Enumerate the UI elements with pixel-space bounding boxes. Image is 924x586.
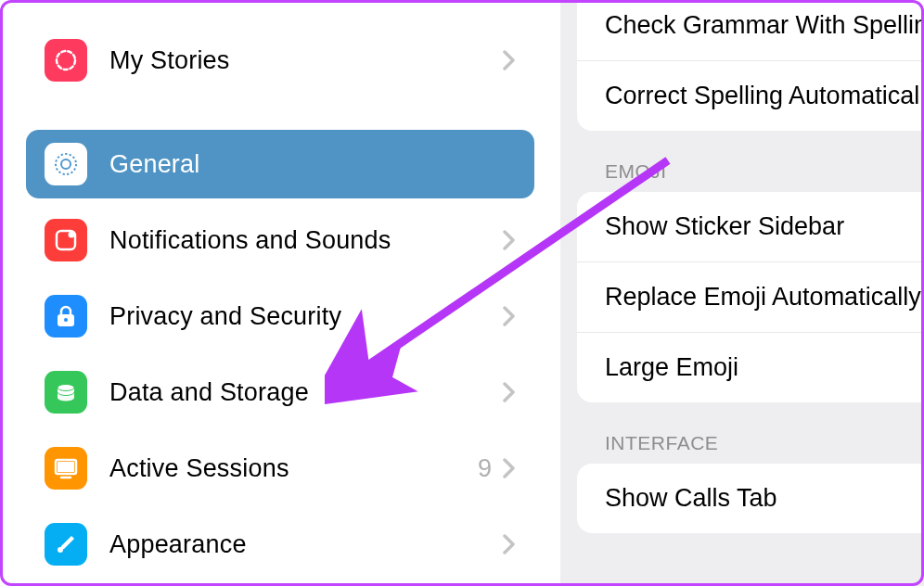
settings-row[interactable]: Check Grammar With Spelling — [577, 0, 924, 61]
svg-rect-10 — [58, 462, 74, 472]
sidebar-item-notifications[interactable]: Notifications and Sounds — [26, 206, 534, 274]
sidebar-item-label: Active Sessions — [109, 454, 478, 483]
settings-row[interactable]: Show Calls Tab — [577, 464, 924, 533]
sidebar-item-label: Privacy and Security — [109, 302, 503, 331]
sidebar-item-privacy[interactable]: Privacy and Security — [26, 282, 534, 350]
chevron-right-icon — [503, 49, 516, 71]
svg-point-12 — [58, 547, 63, 553]
chevron-right-icon — [503, 229, 516, 251]
svg-point-2 — [61, 159, 71, 169]
sidebar-item-label: General — [109, 150, 516, 179]
sessions-icon — [45, 447, 87, 490]
svg-point-4 — [69, 232, 75, 238]
sidebar-item-label: My Stories — [109, 46, 503, 75]
chevron-right-icon — [503, 381, 516, 403]
svg-point-1 — [56, 154, 76, 174]
section-header: INTERFACE — [560, 402, 924, 464]
brush-icon — [45, 523, 87, 566]
settings-row[interactable]: Show Sticker Sidebar — [577, 192, 924, 262]
chevron-right-icon — [503, 457, 516, 479]
sidebar-item-value: 9 — [478, 454, 492, 483]
svg-point-6 — [64, 318, 68, 322]
storage-icon — [45, 371, 87, 414]
svg-point-0 — [57, 51, 75, 70]
sidebar-item-general[interactable]: General — [26, 130, 534, 198]
sidebar-item-label: Appearance — [109, 530, 503, 559]
section-header: EMOJI — [560, 131, 924, 192]
sidebar-item-appearance[interactable]: Appearance — [26, 510, 534, 579]
detail-panel: Check Grammar With Spelling Correct Spel… — [560, 0, 924, 586]
sidebar-item-storage[interactable]: Data and Storage — [26, 358, 534, 427]
settings-row[interactable]: Large Emoji — [577, 333, 924, 402]
stories-icon — [45, 39, 87, 82]
settings-row[interactable]: Correct Spelling Automatically — [577, 61, 924, 131]
sidebar-item-sessions[interactable]: Active Sessions 9 — [26, 434, 534, 503]
chevron-right-icon — [503, 533, 516, 555]
sidebar-item-label: Data and Storage — [109, 378, 503, 407]
chevron-right-icon — [503, 305, 516, 327]
sidebar-item-label: Notifications and Sounds — [109, 226, 503, 255]
settings-group: Show Calls Tab — [577, 464, 924, 533]
bell-icon — [45, 219, 87, 261]
lock-icon — [45, 295, 87, 338]
gear-icon — [45, 143, 87, 185]
settings-group: Show Sticker Sidebar Replace Emoji Autom… — [577, 192, 924, 402]
settings-group: Check Grammar With Spelling Correct Spel… — [577, 0, 924, 131]
settings-row[interactable]: Replace Emoji Automatically — [577, 262, 924, 333]
sidebar-item-my-stories[interactable]: My Stories — [26, 26, 534, 95]
settings-sidebar: My Stories General Notifications and Sou… — [0, 0, 560, 586]
